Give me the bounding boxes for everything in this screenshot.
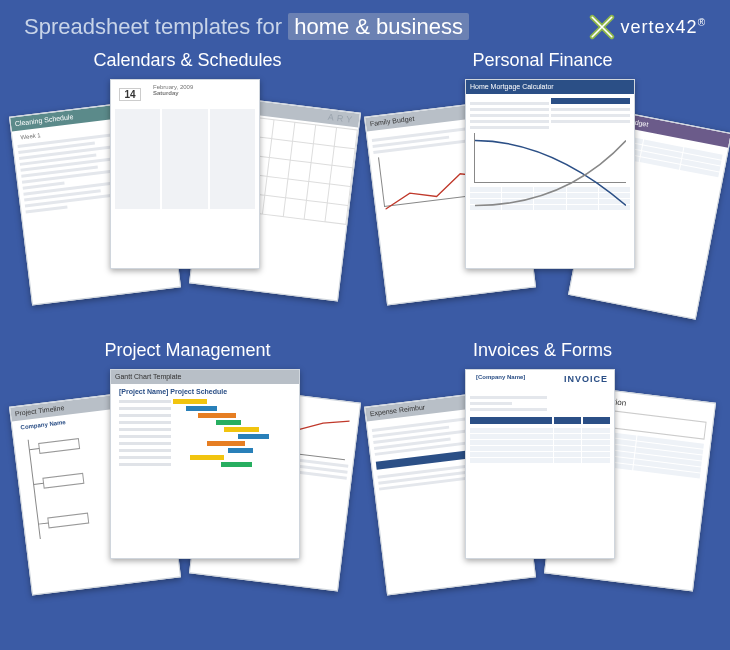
headline-prefix: Spreadsheet templates for [24, 14, 282, 39]
svg-line-1 [28, 440, 40, 539]
amortization-chart-icon [474, 133, 626, 183]
sheet-title: Home Mortgage Calculator [466, 80, 634, 94]
category-grid: Calendars & Schedules Cleaning Schedule … [0, 50, 730, 620]
template-fan: Expense Reimbur Job Application [375, 369, 710, 599]
sheet-title: Gantt Chart Template [111, 370, 299, 384]
template-mortgage-calculator[interactable]: Home Mortgage Calculator [465, 79, 635, 269]
template-fan: Family Budget dding Budget [375, 79, 710, 309]
template-gantt-chart[interactable]: Gantt Chart Template [Project Name] Proj… [110, 369, 300, 559]
sheet-title: INVOICE [564, 374, 608, 384]
planner-date-number: 14 [119, 88, 141, 101]
svg-rect-4 [48, 513, 89, 528]
header: Spreadsheet templates for home & busines… [0, 0, 730, 50]
headline: Spreadsheet templates for home & busines… [24, 14, 469, 40]
category-project-management: Project Management Project Timeline Comp… [20, 340, 355, 620]
category-invoices-forms: Invoices & Forms Expense Reimbur [375, 340, 710, 620]
category-title: Invoices & Forms [375, 340, 710, 361]
svg-line-7 [38, 523, 48, 524]
category-title: Calendars & Schedules [20, 50, 355, 71]
category-calendars: Calendars & Schedules Cleaning Schedule … [20, 50, 355, 330]
category-title: Project Management [20, 340, 355, 361]
logo-x-icon [589, 14, 615, 40]
svg-rect-2 [39, 439, 80, 454]
template-daily-planner[interactable]: 14 February, 2009 Saturday [110, 79, 260, 269]
category-personal-finance: Personal Finance Family Budget dding Bud… [375, 50, 710, 330]
svg-rect-3 [43, 473, 84, 488]
template-fan: Project Timeline Company Name [20, 369, 355, 599]
template-fan: Cleaning Schedule Week 1 1 [20, 79, 355, 309]
svg-line-5 [29, 448, 39, 449]
svg-line-6 [34, 483, 44, 484]
sheet-body: 14 February, 2009 Saturday [111, 80, 259, 213]
category-title: Personal Finance [375, 50, 710, 71]
brand-logo: vertex42® [589, 14, 706, 40]
headline-highlight: home & business [288, 13, 469, 40]
logo-text: vertex42® [621, 17, 706, 38]
gantt-bars-icon [119, 399, 291, 467]
company-name: [Company Name] [472, 374, 529, 380]
template-invoice[interactable]: [Company Name] INVOICE [465, 369, 615, 559]
